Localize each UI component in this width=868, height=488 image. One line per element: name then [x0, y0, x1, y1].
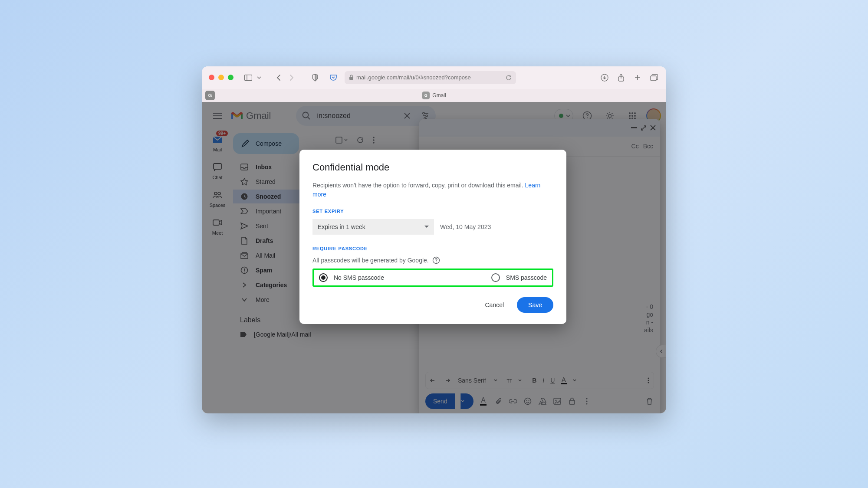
- pocket-icon[interactable]: [328, 72, 339, 83]
- pinned-tab-letter: G: [208, 93, 212, 98]
- passcode-radio-group: No SMS passcode SMS passcode: [312, 269, 553, 287]
- sidebar-toggle-icon[interactable]: [243, 72, 253, 83]
- tab-title: Gmail: [432, 92, 446, 98]
- downloads-icon[interactable]: [599, 72, 610, 83]
- expiry-dropdown[interactable]: Expires in 1 week: [312, 219, 434, 235]
- dialog-title: Confidential mode: [312, 162, 553, 173]
- gmail-app: Gmail: [202, 102, 666, 413]
- expiry-date: Wed, 10 May 2023: [440, 223, 491, 230]
- tabs-overview-icon[interactable]: [649, 72, 659, 83]
- new-tab-icon[interactable]: [632, 72, 643, 83]
- svg-point-49: [436, 262, 437, 262]
- radio-unselected-icon: [491, 273, 500, 282]
- radio-selected-icon: [319, 273, 328, 282]
- maximize-window-button[interactable]: [228, 75, 233, 80]
- expiry-value: Expires in 1 week: [318, 223, 365, 230]
- help-icon[interactable]: [432, 256, 440, 264]
- radio-no-sms[interactable]: No SMS passcode: [316, 273, 431, 282]
- tab-favicon: G: [422, 92, 430, 99]
- radio-sms[interactable]: SMS passcode: [435, 273, 550, 282]
- cancel-button[interactable]: Cancel: [476, 297, 513, 313]
- reload-icon[interactable]: [506, 75, 512, 81]
- tab-strip: G G Gmail: [202, 89, 666, 102]
- dialog-description: Recipients won't have the option to forw…: [312, 181, 553, 199]
- shield-icon[interactable]: [310, 72, 320, 83]
- dropdown-caret-icon: [424, 226, 429, 228]
- pinned-tab[interactable]: G: [205, 91, 215, 100]
- minimize-window-button[interactable]: [218, 75, 224, 80]
- svg-rect-5: [651, 76, 656, 81]
- require-passcode-label: REQUIRE PASSCODE: [312, 246, 553, 251]
- share-icon[interactable]: [616, 72, 626, 83]
- window-controls: [209, 75, 233, 80]
- save-button[interactable]: Save: [517, 297, 553, 313]
- lock-icon: [349, 75, 354, 80]
- back-button[interactable]: [273, 72, 284, 83]
- confidential-mode-dialog: Confidential mode Recipients won't have …: [299, 150, 566, 324]
- svg-rect-2: [349, 77, 353, 80]
- active-tab[interactable]: G Gmail: [422, 92, 446, 99]
- passcode-description: All passcodes will be generated by Googl…: [312, 256, 553, 264]
- chevron-down-icon[interactable]: [256, 72, 262, 83]
- set-expiry-label: SET EXPIRY: [312, 209, 553, 214]
- url-text: mail.google.com/mail/u/0/#snoozed?compos…: [356, 74, 503, 81]
- browser-titlebar: mail.google.com/mail/u/0/#snoozed?compos…: [202, 66, 666, 89]
- url-bar[interactable]: mail.google.com/mail/u/0/#snoozed?compos…: [345, 71, 516, 84]
- svg-rect-0: [245, 75, 252, 80]
- forward-button[interactable]: [286, 72, 297, 83]
- browser-window: mail.google.com/mail/u/0/#snoozed?compos…: [202, 66, 666, 413]
- close-window-button[interactable]: [209, 75, 214, 80]
